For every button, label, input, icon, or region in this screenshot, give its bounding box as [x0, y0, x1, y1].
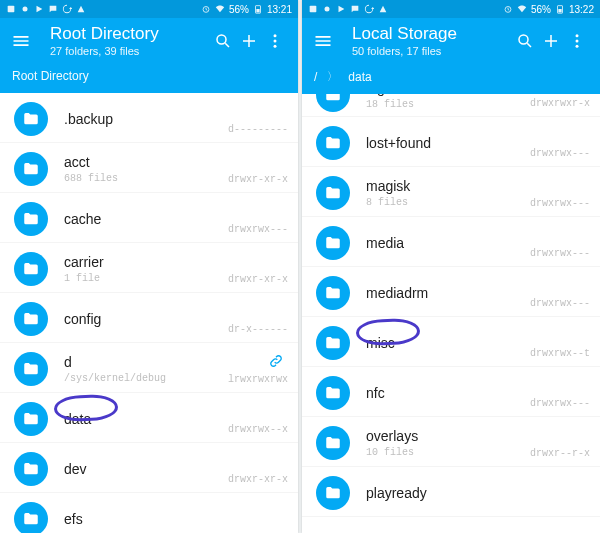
- folder-icon: [316, 126, 350, 160]
- folder-icon: [316, 226, 350, 260]
- breadcrumb-root[interactable]: /: [314, 70, 317, 84]
- search-button[interactable]: [210, 32, 236, 50]
- folder-permissions: lrwxrwxrwx: [228, 374, 288, 388]
- app-bar: Root Directory 27 folders, 39 files: [0, 18, 298, 63]
- svg-point-17: [576, 44, 579, 47]
- folder-row[interactable]: playready: [302, 467, 600, 517]
- folder-row[interactable]: lost+founddrwxrwx---: [302, 117, 600, 167]
- plus-icon: [542, 32, 560, 50]
- folder-name: log: [366, 94, 530, 96]
- appbar-subtitle: 50 folders, 17 files: [352, 45, 512, 57]
- appbar-subtitle: 27 folders, 39 files: [50, 45, 210, 57]
- menu-button[interactable]: [10, 31, 32, 51]
- folder-row[interactable]: configdr-x------: [0, 293, 298, 343]
- folder-row[interactable]: nfcdrwxrwx---: [302, 367, 600, 417]
- alarm-icon: [201, 4, 211, 14]
- status-play-icon: [34, 4, 44, 14]
- folder-icon: [14, 502, 48, 534]
- folder-permissions: drwxrwx---: [530, 148, 590, 162]
- folder-name: overlays: [366, 428, 530, 444]
- hamburger-icon: [313, 31, 333, 51]
- status-chat-icon: [48, 4, 58, 14]
- folder-icon: [316, 176, 350, 210]
- phone-right: 56% 13:22 Local Storage 50 folders, 17 f…: [302, 0, 600, 533]
- folder-name: .backup: [64, 111, 228, 127]
- folder-meta: /sys/kernel/debug: [64, 373, 228, 384]
- folder-row[interactable]: datadrwxrwx--x: [0, 393, 298, 443]
- folder-permissions: drwxrwx---: [530, 248, 590, 262]
- svg-point-14: [519, 35, 528, 44]
- folder-name: cache: [64, 211, 228, 227]
- svg-point-10: [325, 7, 330, 12]
- hamburger-icon: [11, 31, 31, 51]
- folder-icon: [316, 376, 350, 410]
- folder-row[interactable]: efs: [0, 493, 298, 533]
- folder-row[interactable]: d/sys/kernel/debuglrwxrwxrwx: [0, 343, 298, 393]
- folder-icon: [14, 452, 48, 486]
- folder-row[interactable]: carrier1 filedrwxr-xr-x: [0, 243, 298, 293]
- folder-row[interactable]: mediadrwxrwx---: [302, 217, 600, 267]
- folder-row[interactable]: acct688 filesdrwxr-xr-x: [0, 143, 298, 193]
- svg-point-6: [274, 34, 277, 37]
- add-button[interactable]: [538, 32, 564, 50]
- folder-row[interactable]: overlays10 filesdrwxr--r-x: [302, 417, 600, 467]
- folder-permissions: dr-x------: [228, 324, 288, 338]
- folder-icon: [316, 426, 350, 460]
- chevron-right-icon: 〉: [327, 69, 338, 84]
- breadcrumb-bar[interactable]: / 〉 data: [302, 63, 600, 94]
- folder-row[interactable]: devdrwxr-xr-x: [0, 443, 298, 493]
- breadcrumb-root[interactable]: Root Directory: [12, 69, 89, 83]
- folder-row[interactable]: mediadrmdrwxrwx---: [302, 267, 600, 317]
- folder-name: d: [64, 354, 228, 370]
- svg-point-7: [274, 39, 277, 42]
- appbar-title: Root Directory: [50, 24, 210, 44]
- status-app-icon: [308, 4, 318, 14]
- folder-name: magisk: [366, 178, 530, 194]
- plus-icon: [240, 32, 258, 50]
- folder-name: config: [64, 311, 228, 327]
- svg-point-8: [274, 44, 277, 47]
- status-bar: 56% 13:22: [302, 0, 600, 18]
- symlink-icon: [268, 353, 284, 373]
- folder-name: acct: [64, 154, 228, 170]
- more-vert-icon: [568, 32, 586, 50]
- breadcrumb-bar[interactable]: Root Directory: [0, 63, 298, 93]
- folder-permissions: drwxr--r-x: [530, 448, 590, 462]
- folder-icon: [14, 352, 48, 386]
- folder-icon: [14, 102, 48, 136]
- status-app-icon: [6, 4, 16, 14]
- alarm-icon: [503, 4, 513, 14]
- add-button[interactable]: [236, 32, 262, 50]
- appbar-title: Local Storage: [352, 24, 512, 44]
- menu-button[interactable]: [312, 31, 334, 51]
- folder-name: dev: [64, 461, 228, 477]
- folder-icon: [316, 476, 350, 510]
- folder-name: mediadrm: [366, 285, 530, 301]
- svg-point-5: [217, 35, 226, 44]
- breadcrumb-data[interactable]: data: [348, 70, 371, 84]
- folder-icon: [14, 252, 48, 286]
- folder-meta: 1 file: [64, 273, 228, 284]
- folder-name: media: [366, 235, 530, 251]
- folder-meta: 688 files: [64, 173, 228, 184]
- file-list[interactable]: log18 filesdrwxrwxr-xlost+founddrwxrwx--…: [302, 94, 600, 533]
- folder-row[interactable]: miscdrwxrwx--t: [302, 317, 600, 367]
- folder-row[interactable]: magisk8 filesdrwxrwx---: [302, 167, 600, 217]
- svg-point-16: [576, 39, 579, 42]
- folder-row[interactable]: .backupd---------: [0, 93, 298, 143]
- folder-permissions: drwxrwx--t: [530, 348, 590, 362]
- folder-row[interactable]: cachedrwxrwx---: [0, 193, 298, 243]
- battery-icon: [253, 4, 263, 14]
- folder-permissions: drwxr-xr-x: [228, 174, 288, 188]
- folder-row[interactable]: log18 filesdrwxrwxr-x: [302, 94, 600, 117]
- folder-icon: [14, 302, 48, 336]
- svg-rect-13: [558, 9, 561, 12]
- folder-meta: 8 files: [366, 197, 530, 208]
- overflow-button[interactable]: [564, 32, 590, 50]
- status-dot-icon: [322, 4, 332, 14]
- search-button[interactable]: [512, 32, 538, 50]
- file-list[interactable]: .backupd---------acct688 filesdrwxr-xr-x…: [0, 93, 298, 533]
- folder-name: lost+found: [366, 135, 530, 151]
- overflow-button[interactable]: [262, 32, 288, 50]
- search-icon: [214, 32, 232, 50]
